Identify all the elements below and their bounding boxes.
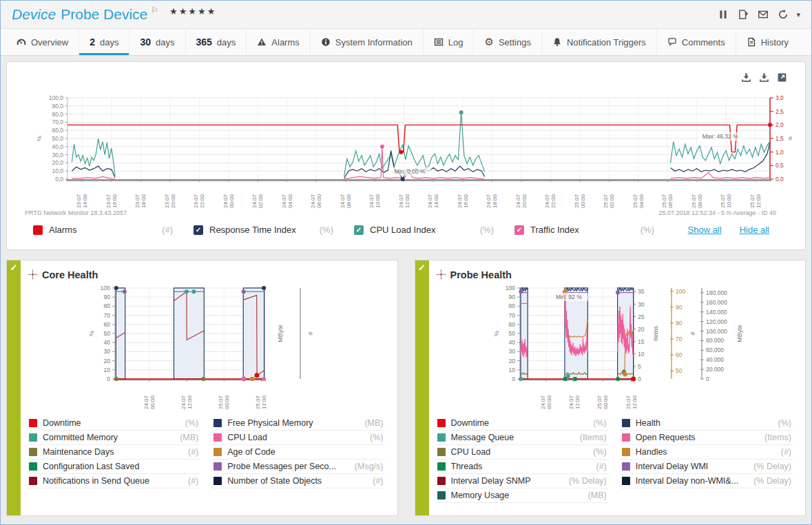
- tab-system-information[interactable]: System Information: [310, 29, 423, 55]
- legend-checkbox[interactable]: ✓: [354, 225, 364, 235]
- tab-365-days[interactable]: 365days: [185, 29, 247, 55]
- legend-swatch: [622, 419, 630, 427]
- tab-label: days: [217, 37, 236, 48]
- download-graph-icon[interactable]: [741, 72, 751, 83]
- svg-text:3,0: 3,0: [775, 94, 784, 101]
- svg-text:25.0700:00: 25.0700:00: [574, 194, 586, 208]
- drag-handle-icon[interactable]: [28, 269, 38, 280]
- trend-legend: Alarms(#)✓Response Time Index(%)✓CPU Loa…: [7, 225, 805, 235]
- download-data-icon[interactable]: [759, 72, 769, 83]
- probe-health-panel: ✓ Probe Health 0102030405060708090100%24…: [415, 260, 806, 516]
- refresh-icon[interactable]: [778, 9, 789, 20]
- legend-label: Probe Messages per Seco...: [227, 462, 349, 471]
- legend-label: Response Time Index: [209, 225, 313, 235]
- svg-text:25.0712:00: 25.0712:00: [625, 395, 637, 409]
- svg-text:50: 50: [676, 367, 683, 374]
- legend-checkbox[interactable]: ✓: [194, 225, 203, 235]
- legend-label: Message Queue: [451, 433, 574, 442]
- priority-stars[interactable]: ★★★★★: [169, 6, 216, 17]
- svg-text:10: 10: [508, 367, 515, 373]
- svg-text:2,0: 2,0: [775, 121, 784, 128]
- toolbar-dropdown-caret[interactable]: ▾: [796, 10, 800, 19]
- svg-text:24.0712:00: 24.0712:00: [398, 194, 410, 208]
- legend-swatch: [29, 462, 37, 471]
- tab-label: History: [761, 37, 789, 48]
- legend-label: Maintenance Days: [43, 447, 183, 457]
- svg-text:100: 100: [505, 285, 514, 291]
- legend-swatch: [622, 462, 630, 471]
- svg-text:%: %: [493, 331, 500, 336]
- legend-item-configuration-last-saved: Configuration Last Saved: [28, 460, 200, 474]
- svg-text:25.0704:00: 25.0704:00: [632, 194, 645, 208]
- info-icon: [321, 37, 331, 47]
- svg-text:70: 70: [104, 312, 111, 319]
- svg-text:100: 100: [101, 285, 110, 291]
- legend-unit: (%): [593, 418, 606, 428]
- legend-checkbox[interactable]: ✓: [514, 225, 524, 235]
- legend-unit: (#): [373, 476, 383, 486]
- tab-overview[interactable]: Overview: [6, 29, 79, 55]
- legend-label: Interval Delay WMI: [636, 462, 748, 471]
- legend-item-traffic-index[interactable]: ✓Traffic Index(%): [514, 225, 675, 235]
- drag-handle-icon[interactable]: [436, 269, 446, 280]
- svg-text:24.0722:00: 24.0722:00: [544, 194, 556, 208]
- legend-item-cpu-load: CPU Load(%): [436, 445, 608, 460]
- legend-links: Show all Hide all: [688, 225, 806, 235]
- tab-history[interactable]: History: [736, 29, 799, 55]
- svg-text:80.000: 80.000: [706, 337, 724, 344]
- tab-settings[interactable]: ⚙Settings: [473, 29, 541, 55]
- tab-log[interactable]: Log: [423, 29, 474, 55]
- svg-text:30: 30: [638, 301, 645, 308]
- legend-item-cpu-load-index[interactable]: ✓CPU Load Index(%): [354, 225, 514, 235]
- svg-text:0,0: 0,0: [55, 176, 63, 183]
- tab-2-days[interactable]: 2days: [79, 29, 129, 55]
- core-health-panel: ✓ Core Health 0102030405060708090100%24.…: [6, 260, 398, 516]
- warning-icon: [257, 37, 267, 47]
- svg-text:70: 70: [676, 336, 683, 342]
- flag-icon[interactable]: ⚐: [151, 6, 158, 15]
- svg-text:MByte: MByte: [277, 325, 284, 342]
- legend-unit: (MB): [180, 433, 198, 442]
- svg-text:40: 40: [104, 339, 111, 346]
- legend-label: CPU Load: [451, 447, 588, 457]
- legend-item-number-of-state-objects: Number of State Objects(#): [212, 474, 384, 488]
- tab-comments[interactable]: Comments: [656, 29, 736, 55]
- legend-swatch[interactable]: [33, 225, 43, 235]
- svg-text:90: 90: [676, 304, 683, 311]
- legend-item-response-time-index[interactable]: ✓Response Time Index(%): [194, 225, 354, 235]
- device-type-label: Device: [12, 6, 56, 23]
- svg-text:24.0704:00: 24.0704:00: [281, 194, 293, 208]
- email-icon[interactable]: [758, 9, 769, 20]
- tab-number: 30: [140, 37, 151, 48]
- open-fullscreen-icon[interactable]: [777, 72, 787, 83]
- svg-text:10,0: 10,0: [52, 167, 63, 174]
- show-all-link[interactable]: Show all: [688, 225, 722, 235]
- svg-text:20.000: 20.000: [706, 366, 724, 373]
- svg-text:24.0700:00: 24.0700:00: [539, 395, 552, 409]
- svg-text:40.000: 40.000: [706, 356, 724, 363]
- legend-label: Downtime: [451, 418, 588, 428]
- tab-alarms[interactable]: Alarms: [246, 29, 309, 55]
- add-report-icon[interactable]: [738, 9, 749, 20]
- legend-item-alarms[interactable]: Alarms(#): [33, 225, 194, 235]
- legend-item-free-physical-memory: Free Physical Memory(MB): [212, 416, 384, 431]
- legend-unit: (%): [320, 225, 333, 235]
- history-icon: [747, 37, 756, 47]
- legend-swatch: [622, 477, 630, 485]
- legend-item-threads: Threads(#): [436, 460, 608, 474]
- legend-label: Age of Code: [227, 447, 377, 457]
- tab-bar: Overview2days30days365daysAlarmsSystem I…: [1, 28, 811, 56]
- tab-notification-triggers[interactable]: Notification Triggers: [541, 29, 656, 55]
- legend-label: Traffic Index: [530, 225, 634, 235]
- svg-text:23.0716:00: 23.0716:00: [105, 194, 118, 208]
- svg-text:30,0: 30,0: [52, 152, 63, 158]
- tab-30-days[interactable]: 30days: [129, 29, 185, 55]
- legend-item-age-of-code: Age of Code: [212, 445, 384, 460]
- tab-label: Alarms: [271, 37, 299, 48]
- legend-label: Notifications in Send Queue: [43, 476, 183, 486]
- legend-unit: (#): [188, 447, 198, 457]
- gear-icon: ⚙: [484, 37, 493, 47]
- pause-icon[interactable]: [718, 9, 729, 20]
- legend-unit: (MB): [588, 491, 607, 500]
- hide-all-link[interactable]: Hide all: [740, 225, 769, 235]
